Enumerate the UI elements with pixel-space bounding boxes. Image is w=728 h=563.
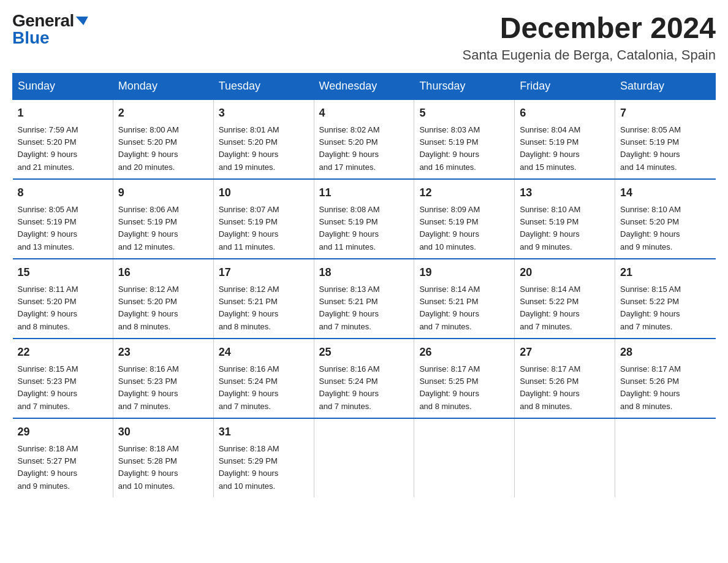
calendar-day-cell: 24 Sunrise: 8:16 AM Sunset: 5:24 PM Dayl… bbox=[213, 339, 314, 418]
calendar-day-cell: 6 Sunrise: 8:04 AM Sunset: 5:19 PM Dayli… bbox=[515, 99, 615, 179]
day-sunrise: Sunrise: 8:16 AM bbox=[118, 364, 179, 373]
day-daylight2: and 7 minutes. bbox=[319, 322, 371, 331]
day-of-week-header: Tuesday bbox=[213, 73, 314, 99]
calendar-week-row: 29 Sunrise: 8:18 AM Sunset: 5:27 PM Dayl… bbox=[13, 418, 716, 497]
day-sunrise: Sunrise: 8:11 AM bbox=[18, 285, 78, 294]
day-number: 17 bbox=[219, 264, 309, 281]
day-daylight: Daylight: 9 hours bbox=[219, 150, 279, 159]
day-sunset: Sunset: 5:19 PM bbox=[520, 137, 578, 147]
day-daylight: Daylight: 9 hours bbox=[118, 469, 178, 478]
day-sunset: Sunset: 5:29 PM bbox=[219, 456, 278, 465]
calendar-day-cell: 3 Sunrise: 8:01 AM Sunset: 5:20 PM Dayli… bbox=[213, 99, 314, 179]
day-daylight2: and 17 minutes. bbox=[319, 163, 376, 172]
day-sunrise: Sunrise: 8:17 AM bbox=[620, 364, 681, 373]
calendar-day-cell: 20 Sunrise: 8:14 AM Sunset: 5:22 PM Dayl… bbox=[515, 259, 615, 339]
day-daylight: Daylight: 9 hours bbox=[118, 150, 178, 159]
calendar-week-row: 1 Sunrise: 7:59 AM Sunset: 5:20 PM Dayli… bbox=[13, 99, 716, 179]
day-sunset: Sunset: 5:25 PM bbox=[419, 377, 478, 386]
day-number: 7 bbox=[620, 105, 710, 121]
day-number: 20 bbox=[520, 264, 610, 281]
day-number: 18 bbox=[319, 264, 409, 281]
calendar-day-cell: 5 Sunrise: 8:03 AM Sunset: 5:19 PM Dayli… bbox=[414, 99, 515, 179]
day-daylight2: and 9 minutes. bbox=[520, 242, 572, 251]
day-number: 13 bbox=[520, 185, 610, 201]
day-daylight: Daylight: 9 hours bbox=[419, 150, 479, 159]
day-number: 25 bbox=[319, 344, 409, 361]
day-sunrise: Sunrise: 8:17 AM bbox=[520, 364, 580, 373]
day-daylight: Daylight: 9 hours bbox=[219, 309, 279, 318]
day-number: 30 bbox=[118, 424, 208, 440]
day-sunrise: Sunrise: 8:00 AM bbox=[118, 125, 179, 134]
day-sunset: Sunset: 5:20 PM bbox=[118, 137, 177, 147]
day-daylight: Daylight: 9 hours bbox=[219, 229, 279, 239]
calendar-day-cell: 31 Sunrise: 8:18 AM Sunset: 5:29 PM Dayl… bbox=[213, 418, 314, 497]
day-daylight: Daylight: 9 hours bbox=[118, 229, 178, 239]
day-sunrise: Sunrise: 8:07 AM bbox=[219, 205, 279, 214]
day-number: 22 bbox=[18, 344, 108, 361]
calendar-day-cell: 29 Sunrise: 8:18 AM Sunset: 5:27 PM Dayl… bbox=[13, 418, 113, 497]
day-number: 4 bbox=[319, 105, 409, 121]
day-sunrise: Sunrise: 8:15 AM bbox=[620, 285, 681, 294]
day-sunset: Sunset: 5:20 PM bbox=[219, 137, 278, 147]
day-number: 5 bbox=[419, 105, 509, 121]
day-sunset: Sunset: 5:23 PM bbox=[118, 377, 177, 386]
day-daylight: Daylight: 9 hours bbox=[520, 150, 580, 159]
day-sunrise: Sunrise: 8:05 AM bbox=[620, 125, 681, 134]
day-sunrise: Sunrise: 8:18 AM bbox=[118, 444, 179, 453]
calendar-week-row: 8 Sunrise: 8:05 AM Sunset: 5:19 PM Dayli… bbox=[13, 179, 716, 259]
logo-arrow-icon bbox=[76, 17, 89, 25]
calendar-day-cell: 10 Sunrise: 8:07 AM Sunset: 5:19 PM Dayl… bbox=[213, 179, 314, 259]
calendar-table: SundayMondayTuesdayWednesdayThursdayFrid… bbox=[12, 73, 716, 497]
day-daylight: Daylight: 9 hours bbox=[620, 229, 680, 239]
day-sunset: Sunset: 5:20 PM bbox=[18, 297, 77, 306]
day-of-week-header: Friday bbox=[515, 73, 615, 99]
calendar-day-cell bbox=[414, 418, 515, 497]
day-daylight: Daylight: 9 hours bbox=[520, 309, 580, 318]
day-sunrise: Sunrise: 8:04 AM bbox=[520, 125, 580, 134]
day-sunset: Sunset: 5:20 PM bbox=[319, 137, 378, 147]
day-sunrise: Sunrise: 8:12 AM bbox=[219, 285, 279, 294]
day-sunset: Sunset: 5:20 PM bbox=[118, 297, 177, 306]
day-sunset: Sunset: 5:23 PM bbox=[18, 377, 77, 386]
day-sunrise: Sunrise: 7:59 AM bbox=[18, 125, 78, 134]
logo: General Blue bbox=[12, 12, 89, 47]
day-daylight: Daylight: 9 hours bbox=[18, 389, 78, 398]
calendar-day-cell: 12 Sunrise: 8:09 AM Sunset: 5:19 PM Dayl… bbox=[414, 179, 515, 259]
day-sunrise: Sunrise: 8:16 AM bbox=[319, 364, 380, 373]
day-sunset: Sunset: 5:27 PM bbox=[18, 456, 77, 465]
title-area: December 2024 Santa Eugenia de Berga, Ca… bbox=[463, 12, 716, 63]
day-daylight: Daylight: 9 hours bbox=[319, 229, 379, 239]
day-sunset: Sunset: 5:19 PM bbox=[18, 217, 77, 226]
day-daylight: Daylight: 9 hours bbox=[319, 309, 379, 318]
page-header: General Blue December 2024 Santa Eugenia… bbox=[12, 12, 716, 63]
day-sunset: Sunset: 5:21 PM bbox=[319, 297, 378, 306]
calendar-day-cell: 18 Sunrise: 8:13 AM Sunset: 5:21 PM Dayl… bbox=[314, 259, 414, 339]
calendar-day-cell: 17 Sunrise: 8:12 AM Sunset: 5:21 PM Dayl… bbox=[213, 259, 314, 339]
day-daylight: Daylight: 9 hours bbox=[620, 150, 680, 159]
calendar-day-cell: 22 Sunrise: 8:15 AM Sunset: 5:23 PM Dayl… bbox=[13, 339, 113, 418]
day-daylight2: and 13 minutes. bbox=[18, 242, 75, 251]
day-daylight: Daylight: 9 hours bbox=[219, 389, 279, 398]
calendar-day-cell: 2 Sunrise: 8:00 AM Sunset: 5:20 PM Dayli… bbox=[113, 99, 213, 179]
day-daylight: Daylight: 9 hours bbox=[419, 309, 479, 318]
day-number: 11 bbox=[319, 185, 409, 201]
day-number: 12 bbox=[419, 185, 509, 201]
day-sunrise: Sunrise: 8:05 AM bbox=[18, 205, 78, 214]
calendar-day-cell: 28 Sunrise: 8:17 AM Sunset: 5:26 PM Dayl… bbox=[615, 339, 716, 418]
calendar-day-cell: 1 Sunrise: 7:59 AM Sunset: 5:20 PM Dayli… bbox=[13, 99, 113, 179]
day-daylight2: and 8 minutes. bbox=[620, 402, 672, 411]
day-daylight: Daylight: 9 hours bbox=[118, 309, 178, 318]
day-daylight: Daylight: 9 hours bbox=[18, 150, 78, 159]
day-daylight2: and 11 minutes. bbox=[319, 242, 376, 251]
calendar-day-cell bbox=[515, 418, 615, 497]
day-number: 3 bbox=[219, 105, 309, 121]
calendar-day-cell: 7 Sunrise: 8:05 AM Sunset: 5:19 PM Dayli… bbox=[615, 99, 716, 179]
days-of-week-row: SundayMondayTuesdayWednesdayThursdayFrid… bbox=[13, 73, 716, 99]
logo-blue-text: Blue bbox=[12, 28, 50, 47]
day-number: 27 bbox=[520, 344, 610, 361]
day-number: 16 bbox=[118, 264, 208, 281]
day-number: 29 bbox=[18, 424, 108, 440]
day-daylight: Daylight: 9 hours bbox=[620, 309, 680, 318]
day-sunset: Sunset: 5:20 PM bbox=[18, 137, 77, 147]
day-sunset: Sunset: 5:19 PM bbox=[419, 137, 478, 147]
